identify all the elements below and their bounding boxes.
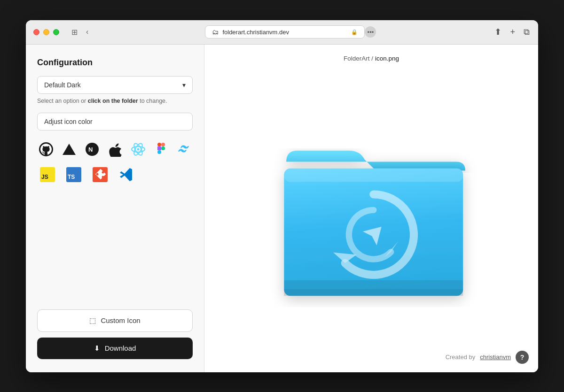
breadcrumb-parent: FolderArt xyxy=(344,55,370,62)
site-icon: 🗂 xyxy=(212,28,219,36)
left-panel: Configuration Default Dark ▾ Select an o… xyxy=(26,45,204,372)
svg-rect-27 xyxy=(284,289,463,295)
color-adjust-label: Adjust icon color xyxy=(44,118,93,125)
breadcrumb-separator: / xyxy=(371,55,375,62)
color-adjust-dropdown[interactable]: Adjust icon color xyxy=(37,113,193,131)
folder-preview[interactable] xyxy=(258,119,484,307)
svg-point-18 xyxy=(102,171,104,173)
minimize-button[interactable] xyxy=(43,29,49,35)
browser-window: ⊞ ‹ 🗂 folderart.christianvm.dev 🔒 ••• ⬆ … xyxy=(26,20,538,372)
address-input[interactable]: 🗂 folderart.christianvm.dev 🔒 xyxy=(205,25,365,38)
svg-marker-1 xyxy=(63,144,76,155)
svg-point-19 xyxy=(102,176,104,178)
right-panel: FolderArt / icon.png xyxy=(204,45,538,372)
folder-icon: ⬚ xyxy=(89,316,96,325)
nextjs-icon-item[interactable]: N xyxy=(83,139,101,160)
download-icon: ⬇ xyxy=(94,344,100,353)
back-button[interactable]: ‹ xyxy=(83,27,91,37)
author-link[interactable]: christianvm xyxy=(480,354,511,361)
vercel-icon-item[interactable] xyxy=(60,139,78,160)
typescript-icon-item[interactable]: TS xyxy=(63,164,84,185)
traffic-lights xyxy=(33,29,59,35)
download-label: Download xyxy=(105,344,136,352)
download-button[interactable]: ⬇ Download xyxy=(37,338,193,359)
svg-point-12 xyxy=(161,146,165,150)
breadcrumb-current: icon.png xyxy=(375,55,399,62)
title-bar-right: ⬆ + ⧉ xyxy=(494,26,531,38)
svg-point-20 xyxy=(96,173,99,175)
maximize-button[interactable] xyxy=(53,29,59,35)
svg-rect-11 xyxy=(157,150,161,154)
apple-icon-item[interactable] xyxy=(106,139,124,160)
vscode-icon-item[interactable] xyxy=(116,164,137,185)
svg-rect-22 xyxy=(284,168,463,182)
git-icon-item[interactable] xyxy=(90,164,110,185)
lock-icon: 🔒 xyxy=(351,29,358,35)
chevron-down-icon: ▾ xyxy=(182,81,186,89)
close-button[interactable] xyxy=(33,29,39,35)
svg-text:TS: TS xyxy=(68,174,75,180)
content-area: Configuration Default Dark ▾ Select an o… xyxy=(26,45,538,372)
svg-rect-9 xyxy=(161,143,165,146)
theme-label: Default Dark xyxy=(44,81,81,89)
tailwind-icon-item[interactable] xyxy=(175,139,193,160)
breadcrumb: FolderArt / icon.png xyxy=(344,55,399,62)
bottom-buttons: ⬚ Custom Icon ⬇ Download xyxy=(37,309,193,359)
icon-row-1: N xyxy=(37,139,193,160)
custom-icon-label: Custom Icon xyxy=(101,316,140,324)
title-bar: ⊞ ‹ 🗂 folderart.christianvm.dev 🔒 ••• ⬆ … xyxy=(26,20,538,45)
icon-row-2: JS TS xyxy=(37,164,193,185)
new-tab-button[interactable]: + xyxy=(509,26,516,38)
nav-controls: ⊞ ‹ xyxy=(69,27,91,38)
url-text: folderart.christianvm.dev xyxy=(222,29,347,36)
svg-rect-8 xyxy=(157,143,161,146)
svg-point-7 xyxy=(137,148,139,150)
svg-text:JS: JS xyxy=(41,174,48,180)
address-bar: 🗂 folderart.christianvm.dev 🔒 ••• xyxy=(97,25,484,38)
figma-icon-item[interactable] xyxy=(152,139,170,160)
svg-rect-10 xyxy=(157,146,161,150)
tab-overview-button[interactable]: ⧉ xyxy=(523,26,531,38)
theme-dropdown[interactable]: Default Dark ▾ xyxy=(37,76,193,94)
icon-grid: N xyxy=(37,139,193,185)
footer: Created by christianvm ? xyxy=(446,351,529,364)
config-title: Configuration xyxy=(37,58,193,68)
react-icon-item[interactable] xyxy=(129,139,147,160)
github-icon-item[interactable] xyxy=(37,139,55,160)
created-by-text: Created by xyxy=(446,354,476,361)
custom-icon-button[interactable]: ⬚ Custom Icon xyxy=(37,309,193,332)
help-button[interactable]: ? xyxy=(516,351,529,364)
svg-text:N: N xyxy=(88,146,93,153)
share-button[interactable]: ⬆ xyxy=(494,26,502,38)
sidebar-toggle-button[interactable]: ⊞ xyxy=(69,27,80,38)
hint-text: Select an option or click on the folder … xyxy=(37,98,193,104)
folder-svg xyxy=(258,119,484,307)
more-options-button[interactable]: ••• xyxy=(365,26,376,38)
javascript-icon-item[interactable]: JS xyxy=(37,164,58,185)
